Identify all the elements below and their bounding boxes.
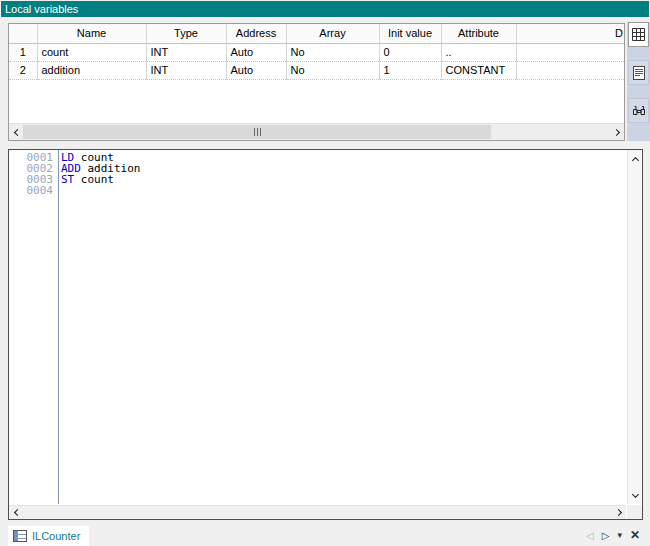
variables-table: Name Type Address Array Init value Attri… xyxy=(9,24,624,80)
cell-type[interactable]: INT xyxy=(146,61,226,79)
panel-title: Local variables xyxy=(5,3,78,15)
cell-name[interactable]: addition xyxy=(37,61,146,79)
tab-navigation-controls: ◁ ▷ ▾ ✕ xyxy=(586,524,640,546)
cell-address[interactable]: Auto xyxy=(226,43,286,61)
cell-array[interactable]: No xyxy=(286,43,379,61)
header-attribute[interactable]: Attribute xyxy=(441,24,516,43)
code-line[interactable]: 0004 xyxy=(9,185,626,196)
scroll-left-icon[interactable] xyxy=(9,124,23,140)
cell-array[interactable]: No xyxy=(286,61,379,79)
row-number[interactable]: 1 xyxy=(9,43,37,61)
header-array[interactable]: Array xyxy=(286,24,379,43)
il-code-editor: 0001LD count 0002ADD addition 0003ST cou… xyxy=(8,149,643,520)
thumb-grip-icon xyxy=(257,128,258,136)
header-clipped-d[interactable]: D xyxy=(516,24,624,43)
table-row: 2 addition INT Auto No 1 CONSTANT xyxy=(9,61,624,79)
thumb-grip-icon xyxy=(260,128,261,136)
tab-label: ILCounter xyxy=(32,530,80,542)
editor-horizontal-scrollbar[interactable] xyxy=(9,505,626,519)
gutter-separator xyxy=(58,150,59,504)
grid-view-button[interactable] xyxy=(628,22,649,47)
binoculars-icon xyxy=(632,105,646,116)
scroll-right-icon[interactable] xyxy=(612,506,626,519)
program-grid-icon xyxy=(13,530,27,542)
grid-icon xyxy=(632,28,645,41)
cell-extra[interactable] xyxy=(516,43,624,61)
cell-name[interactable]: count xyxy=(37,43,146,61)
il-operand: count xyxy=(74,173,114,186)
application-window: Local variables Name Type Address Array … xyxy=(0,0,650,546)
cell-init-value[interactable]: 1 xyxy=(379,61,441,79)
tab-ilcounter[interactable]: ILCounter xyxy=(8,526,89,546)
line-number: 0004 xyxy=(9,185,58,196)
scroll-left-icon[interactable] xyxy=(9,506,23,519)
cell-attribute[interactable]: CONSTANT xyxy=(441,61,516,79)
scroll-up-icon[interactable] xyxy=(628,152,642,166)
document-tab-bar: ILCounter ◁ ▷ ▾ ✕ xyxy=(0,524,650,546)
editor-vertical-scrollbar[interactable] xyxy=(627,150,642,504)
scroll-right-icon[interactable] xyxy=(610,124,624,140)
header-address[interactable]: Address xyxy=(226,24,286,43)
next-tab-icon[interactable]: ▷ xyxy=(602,530,610,541)
header-name[interactable]: Name xyxy=(37,24,146,43)
scrollbar-corner xyxy=(627,505,642,519)
watch-view-button[interactable] xyxy=(628,98,649,123)
view-toolbar xyxy=(627,22,650,141)
code-area[interactable]: 0001LD count 0002ADD addition 0003ST cou… xyxy=(9,150,626,504)
header-init-value[interactable]: Init value xyxy=(379,24,441,43)
cell-type[interactable]: INT xyxy=(146,43,226,61)
il-keyword: ST xyxy=(61,173,74,186)
cell-attribute[interactable]: .. xyxy=(441,43,516,61)
scrollbar-thumb[interactable] xyxy=(23,125,491,139)
header-type[interactable]: Type xyxy=(146,24,226,43)
cell-extra[interactable] xyxy=(516,61,624,79)
variables-horizontal-scrollbar[interactable] xyxy=(9,123,624,140)
table-row: 1 count INT Auto No 0 .. xyxy=(9,43,624,61)
scroll-down-icon[interactable] xyxy=(628,488,642,502)
table-header-row: Name Type Address Array Init value Attri… xyxy=(9,24,624,43)
code-line[interactable]: 0003ST count xyxy=(9,174,626,185)
panel-title-bar: Local variables xyxy=(1,1,649,17)
row-number[interactable]: 2 xyxy=(9,61,37,79)
cell-address[interactable]: Auto xyxy=(226,61,286,79)
local-variables-panel: Name Type Address Array Init value Attri… xyxy=(8,23,625,141)
header-rownum[interactable] xyxy=(9,24,37,43)
cell-init-value[interactable]: 0 xyxy=(379,43,441,61)
document-icon xyxy=(633,66,645,80)
close-icon[interactable]: ✕ xyxy=(630,528,640,542)
thumb-grip-icon xyxy=(254,128,255,136)
declaration-view-button[interactable] xyxy=(628,60,649,85)
tab-list-dropdown-icon[interactable]: ▾ xyxy=(617,530,622,540)
prev-tab-icon[interactable]: ◁ xyxy=(586,530,594,541)
